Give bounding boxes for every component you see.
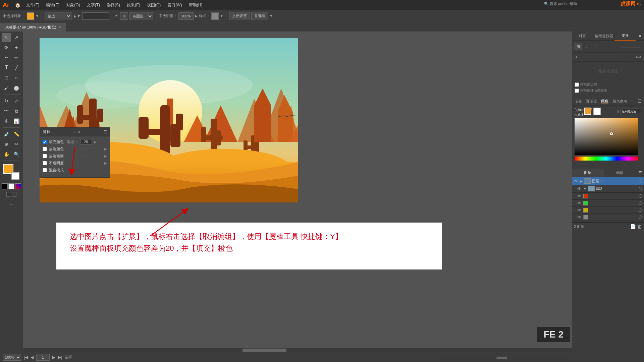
menu-object[interactable]: 对象(O): [63, 2, 83, 9]
paintbrush-tool[interactable]: 🖌: [2, 83, 11, 93]
stroke-tolerance-arrow[interactable]: ▶: [104, 147, 107, 151]
document-tab[interactable]: 未标题-1* @ 100% (RGB/预览) ×: [0, 23, 67, 32]
tolerance-input[interactable]: [80, 139, 92, 144]
fill-color-checkbox[interactable]: [43, 140, 47, 144]
panel-close-right[interactable]: ✕: [636, 32, 644, 41]
symbol-sprayer-tool[interactable]: ❋: [2, 116, 11, 126]
hue-bar[interactable]: [575, 157, 638, 161]
tab-layers[interactable]: 图层: [572, 169, 604, 177]
opacity-arrow[interactable]: ▶: [195, 14, 198, 18]
ellipse-tool[interactable]: ○: [12, 73, 21, 82]
pen-tool[interactable]: ✒: [2, 53, 11, 62]
zoom-select[interactable]: 100% 50% 200%: [3, 354, 21, 361]
color-ref-tab[interactable]: 颜色参考: [612, 99, 627, 104]
page-input[interactable]: [36, 354, 50, 361]
color-panel-menu[interactable]: ☰: [638, 99, 641, 104]
shape-select[interactable]: 点圆形: [129, 12, 153, 20]
blob-brush-tool[interactable]: ⬤: [12, 83, 21, 93]
delete-layer-button[interactable]: 🗑: [637, 224, 642, 229]
scale-tool[interactable]: ⤢: [12, 96, 21, 106]
eye-icon-red[interactable]: 👁: [577, 194, 582, 198]
magic-wand-tool[interactable]: ✦: [12, 43, 21, 52]
layer-row-green[interactable]: 👁 ···: [572, 200, 644, 207]
prev-page-btn[interactable]: ◀: [31, 355, 34, 360]
menu-view[interactable]: 视图(Q): [144, 2, 163, 9]
hand-tool[interactable]: ✋: [2, 149, 11, 159]
style-arrow[interactable]: ▼: [220, 14, 223, 18]
direct-select-tool[interactable]: ↗: [12, 33, 21, 42]
eye-icon-layer2[interactable]: 👁: [574, 179, 579, 183]
type-tool[interactable]: T: [2, 63, 11, 72]
stroke-weight-label[interactable]: 描边粗细: [49, 154, 64, 159]
blend-tool[interactable]: ⊕: [2, 139, 11, 149]
mode-select[interactable]: 擴边：: [45, 12, 71, 20]
layer-row-003[interactable]: 👁 ▼ 003: [572, 185, 644, 193]
rotate-tool[interactable]: ↻: [2, 96, 11, 106]
bg-color-swatch-panel[interactable]: [593, 108, 601, 115]
menu-help[interactable]: 帮助(H): [186, 2, 205, 9]
scale-strokes-checkbox[interactable]: [575, 82, 579, 87]
select-tool[interactable]: ↖: [2, 33, 11, 42]
expand-layer2[interactable]: ▶: [580, 179, 583, 183]
rect-tool[interactable]: □: [2, 73, 11, 82]
scrollbar-thumb[interactable]: [243, 349, 286, 352]
stroke-color-label[interactable]: 描边颜色: [49, 146, 64, 152]
doc-setup-button[interactable]: 文档设置: [229, 12, 250, 20]
new-layer-button[interactable]: 📄: [630, 224, 636, 229]
reflect-icon[interactable]: ⟺: [636, 55, 641, 59]
none-color[interactable]: [2, 183, 8, 189]
expand-003[interactable]: ▼: [583, 187, 587, 191]
white-color[interactable]: [8, 183, 14, 189]
eye-icon-gray[interactable]: 👁: [577, 215, 582, 220]
layer-row-layer2[interactable]: 👁 ▶ 图层 2: [572, 177, 644, 185]
opacity-panel-tab[interactable]: 透明度: [586, 99, 597, 104]
fill-color-swatch[interactable]: [27, 12, 34, 20]
menu-effect[interactable]: 效果(E): [124, 2, 143, 9]
layer-row-red[interactable]: 👁 ···: [572, 193, 644, 200]
last-page-btn[interactable]: ▶|: [58, 355, 62, 360]
hex-input[interactable]: [621, 109, 641, 114]
blend-mode-label[interactable]: 混合模式: [49, 168, 64, 173]
menu-file[interactable]: 文件(F): [23, 2, 42, 9]
stroke-weight-checkbox[interactable]: [43, 154, 47, 158]
stroke-weight-arrow[interactable]: ▶: [104, 154, 107, 158]
more-tools[interactable]: ···: [7, 200, 16, 209]
column-graph-tool[interactable]: 📊: [12, 116, 21, 126]
free-transform-tool[interactable]: ⧉: [12, 106, 21, 116]
color-tab[interactable]: 颜色: [601, 99, 608, 104]
layers-menu-icon[interactable]: ☰: [636, 169, 644, 177]
line-tool[interactable]: ╱: [12, 63, 21, 72]
point-count-input[interactable]: [120, 12, 128, 20]
background-color[interactable]: [11, 172, 19, 180]
fg-color-swatch-panel[interactable]: [584, 108, 591, 115]
prefs-arrow[interactable]: ▼: [270, 14, 273, 18]
tolerance-arrow[interactable]: ▶: [94, 140, 97, 144]
color-picker-cursor[interactable]: [610, 132, 613, 135]
zoom-tool[interactable]: 🔍: [12, 149, 21, 159]
menu-text[interactable]: 文字(T): [84, 2, 103, 9]
layer-row-gray[interactable]: 👁 ···: [572, 214, 644, 221]
preferences-button[interactable]: 首选项: [251, 12, 268, 20]
gradient-color[interactable]: [15, 183, 21, 189]
eyedropper-tool[interactable]: 💉: [2, 129, 11, 139]
slice-tool[interactable]: ✂: [12, 139, 21, 149]
panel-close[interactable]: ✕: [77, 130, 80, 134]
panel-menu-icon[interactable]: ☰: [103, 130, 107, 134]
panel-minimize[interactable]: ─: [73, 130, 76, 134]
stroke-color-checkbox[interactable]: [43, 147, 47, 151]
tab-transform[interactable]: 变换: [614, 32, 636, 41]
eye-icon-003[interactable]: 👁: [577, 186, 582, 191]
opacity-arrow[interactable]: ▶: [104, 161, 107, 165]
menu-window[interactable]: 窗口(W): [165, 2, 184, 9]
measure-tool[interactable]: 📏: [12, 129, 21, 139]
eye-icon-green[interactable]: 👁: [577, 201, 582, 205]
eye-icon-yellow[interactable]: 👁: [577, 208, 582, 213]
opacity-checkbox[interactable]: [43, 161, 47, 165]
bottom-scroll-thumb[interactable]: [496, 357, 507, 359]
mode-arrow[interactable]: ▲▼: [73, 14, 81, 18]
bottom-scroll-track[interactable]: [436, 357, 570, 359]
style-swatch[interactable]: [211, 12, 219, 20]
scale-effects-checkbox[interactable]: [575, 88, 579, 93]
first-page-btn[interactable]: |◀: [24, 355, 28, 360]
opacity-label[interactable]: 不透明度: [49, 161, 64, 166]
